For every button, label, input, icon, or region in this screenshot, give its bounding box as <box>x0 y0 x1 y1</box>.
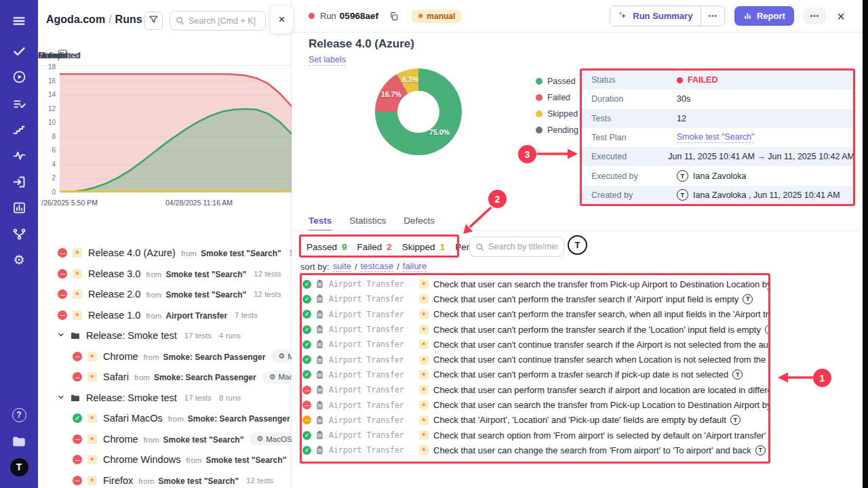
close-panel-button[interactable]: × <box>271 6 293 33</box>
test-row[interactable]: Airport Transfer Check that user can't p… <box>302 307 769 322</box>
chart-y-tick: 4 <box>42 161 56 168</box>
run-row[interactable]: Firefox fromSmoke test "Search" 12 tests <box>38 470 292 488</box>
test-row[interactable]: Airport Transfer Check that user can't c… <box>302 337 769 352</box>
run-tab[interactable]: Defects <box>403 216 435 231</box>
run-row[interactable]: Chrome fromSmoke test "Search" MacOS Chr… <box>38 429 292 450</box>
set-labels-link[interactable]: Set labels <box>309 55 346 66</box>
manual-test-icon <box>419 279 429 289</box>
test-row[interactable]: Airport Transfer Check that user can't p… <box>302 322 769 337</box>
runs-search-input[interactable] <box>189 16 260 26</box>
activity-icon[interactable] <box>0 145 38 165</box>
run-plan-name: Smoke test "Search" <box>158 476 239 486</box>
run-plan-name: Smoke: Search Passenger <box>188 414 290 424</box>
test-suite: Airport Transfer <box>329 325 419 334</box>
test-suite: Airport Transfer <box>329 415 419 425</box>
steps-icon[interactable] <box>0 119 38 140</box>
gear-icon[interactable]: ⚙ <box>0 249 38 270</box>
run-tab[interactable]: Statistics <box>349 216 386 231</box>
test-suite: Airport Transfer <box>329 279 419 289</box>
legend-label: Skipped <box>547 109 578 119</box>
bar-chart-icon <box>743 12 752 20</box>
run-meta: 7 tests <box>235 311 258 319</box>
check-icon[interactable] <box>0 41 38 61</box>
test-row[interactable]: Airport Transfer Check that user can't p… <box>302 367 769 382</box>
run-row[interactable]: Release 3.0 fromSmoke test "Search" 12 t… <box>38 264 292 285</box>
run-row[interactable]: Safari fromSmoke: Search Passenger MacOS… <box>38 367 292 388</box>
run-row[interactable]: Release: Smoke test from 17 tests 4 runs <box>38 325 292 346</box>
manual-run-icon <box>87 455 97 464</box>
test-status-icon <box>302 295 311 304</box>
run-source: fromSmoke: Search Passenger <box>163 412 290 424</box>
run-name: Safari MacOs <box>103 413 163 424</box>
runs-filter-tab[interactable]: Groups <box>38 50 67 60</box>
test-row[interactable]: Airport Transfer Check that user can cha… <box>302 443 769 458</box>
breadcrumb-project[interactable]: Agoda.com <box>46 14 105 25</box>
chevron-down-icon[interactable] <box>57 329 65 342</box>
details-value-text: 12 <box>677 114 686 123</box>
sort-failure-link[interactable]: failure <box>403 261 427 272</box>
test-status-icon <box>302 280 311 289</box>
test-row[interactable]: Airport Transfer Check that search optio… <box>302 428 769 443</box>
count-item: Passed 9 <box>307 242 357 252</box>
filter-button[interactable] <box>144 12 163 30</box>
clipboard-icon <box>315 385 324 394</box>
run-summary-button[interactable]: Run Summary <box>610 6 701 26</box>
tests-search-input[interactable] <box>488 242 558 251</box>
play-circle-icon[interactable] <box>0 66 38 87</box>
run-meta: 17 tests <box>184 331 212 340</box>
bar-chart-icon[interactable] <box>0 197 38 218</box>
close-icon[interactable]: × <box>837 9 845 23</box>
sort-testcase-link[interactable]: testcase <box>361 261 393 272</box>
from-label: from <box>134 373 150 382</box>
run-row[interactable]: Release 2.0 fromSmoke test "Search" 12 t… <box>38 284 292 305</box>
report-button[interactable]: Report <box>734 6 794 26</box>
test-row[interactable]: Airport Transfer Check that user can per… <box>302 382 769 397</box>
clipboard-icon <box>315 279 324 289</box>
details-row: Executed by T Iana Zavoloka <box>582 166 854 185</box>
test-row[interactable]: Airport Transfer Check that user can't p… <box>302 291 769 306</box>
sign-in-icon[interactable] <box>0 171 38 192</box>
testomat-logo[interactable]: T <box>0 457 38 477</box>
list-check-icon[interactable] <box>0 94 38 114</box>
breadcrumb-page[interactable]: Runs <box>115 14 142 25</box>
runs-list: Release 4.0 (Azure) fromSmoke test "Sear… <box>38 243 292 488</box>
clipboard-icon <box>315 445 324 455</box>
sort-suite-link[interactable]: suite <box>333 261 351 272</box>
user-filter-avatar[interactable]: T <box>568 235 587 255</box>
run-row[interactable]: Release: Smoke test from 17 tests 8 runs <box>38 388 292 409</box>
chart-x-tick-right: 04/28/2025 11:16 AM <box>165 199 233 207</box>
run-source: fromSmoke test "Search" <box>140 288 246 300</box>
branch-icon[interactable] <box>0 224 38 244</box>
test-row[interactable]: Airport Transfer Check that user can sea… <box>302 277 769 291</box>
run-row[interactable]: Release 1.0 fromAirport Transfer 7 tests <box>38 305 292 326</box>
details-row: Created by T Iana Zavoloka , Jun 11, 202… <box>582 186 854 205</box>
folder-icon[interactable] <box>0 431 38 451</box>
test-row[interactable]: Airport Transfer Check that 'Airport', '… <box>302 413 769 428</box>
help-icon[interactable]: ? <box>0 405 38 425</box>
test-row[interactable]: Airport Transfer Check that user can't c… <box>302 352 769 367</box>
from-label: from <box>181 249 197 258</box>
run-tabs: Tests Statistics Defects <box>309 216 435 231</box>
donut-label-passed: 75.0% <box>429 128 450 136</box>
run-status-icon <box>58 310 67 320</box>
run-row[interactable]: Chrome Windows fromSmoke test "Search" W… <box>38 449 292 470</box>
run-row[interactable]: Release 4.0 (Azure) fromSmoke test "Sear… <box>38 243 292 264</box>
run-summary-more-button[interactable] <box>701 6 724 26</box>
menu-icon[interactable] <box>0 11 38 31</box>
legend-item: Pending <box>536 122 578 138</box>
donut-legend: Passed Failed Skipped Pending <box>536 73 578 138</box>
run-tab[interactable]: Tests <box>309 216 332 231</box>
run-summary-group: Run Summary <box>610 5 725 26</box>
run-status-icon <box>73 455 82 464</box>
donut-label-skipped: 8.3% <box>402 75 418 83</box>
run-row[interactable]: Chrome fromSmoke: Search Passenger MacOS… <box>38 346 292 367</box>
run-meta: 17 tests <box>184 394 212 402</box>
copy-icon[interactable] <box>389 11 399 22</box>
more-button[interactable] <box>804 7 827 24</box>
details-value: T Smoke test "Search" <box>677 132 754 143</box>
avatar: T <box>765 325 769 335</box>
chevron-down-icon[interactable] <box>57 392 65 404</box>
run-row[interactable]: Safari MacOs fromSmoke: Search Passenger… <box>38 408 292 429</box>
run-source: fromSmoke test "Search" <box>133 474 239 487</box>
test-row[interactable]: Airport Transfer Check that user can sea… <box>302 397 769 412</box>
